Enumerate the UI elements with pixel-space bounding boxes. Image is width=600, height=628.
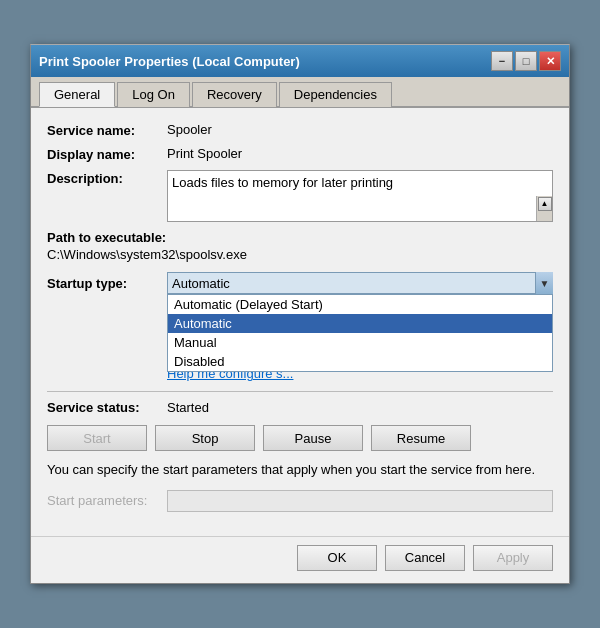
ok-button[interactable]: OK [297, 545, 377, 571]
title-bar-buttons: − □ ✕ [491, 51, 561, 71]
pause-button[interactable]: Pause [263, 425, 363, 451]
control-buttons: Start Stop Pause Resume [47, 425, 553, 451]
tab-general[interactable]: General [39, 82, 115, 107]
start-params-row: Start parameters: [47, 490, 553, 512]
dropdown-item-1[interactable]: Automatic [168, 314, 552, 333]
display-name-label: Display name: [47, 146, 167, 162]
description-label: Description: [47, 170, 167, 186]
path-value: C:\Windows\system32\spoolsv.exe [47, 247, 553, 262]
minimize-button[interactable]: − [491, 51, 513, 71]
dropdown-item-0[interactable]: Automatic (Delayed Start) [168, 295, 552, 314]
info-text: You can specify the start parameters tha… [47, 461, 553, 479]
tab-dependencies[interactable]: Dependencies [279, 82, 392, 107]
tab-logon[interactable]: Log On [117, 82, 190, 107]
dialog-body: Service name: Spooler Display name: Prin… [31, 108, 569, 535]
description-row: Description: Loads files to memory for l… [47, 170, 553, 222]
dropdown-item-2[interactable]: Manual [168, 333, 552, 352]
startup-type-select[interactable]: Automatic [167, 272, 553, 294]
dialog-title: Print Spooler Properties (Local Computer… [39, 54, 300, 69]
startup-type-row: Startup type: Automatic ▼ [47, 272, 553, 294]
maximize-button[interactable]: □ [515, 51, 537, 71]
startup-type-label: Startup type: [47, 276, 167, 291]
dialog-window: Print Spooler Properties (Local Computer… [30, 44, 570, 583]
description-text: Loads files to memory for later printing [168, 171, 552, 195]
dialog-footer: OK Cancel Apply [31, 536, 569, 583]
startup-select-wrapper: Automatic ▼ [167, 272, 553, 294]
startup-dropdown-list: Automatic (Delayed Start) Automatic Manu… [167, 294, 553, 372]
resume-button[interactable]: Resume [371, 425, 471, 451]
startup-dropdown-arrow[interactable]: ▼ [535, 272, 553, 294]
scroll-up-button[interactable]: ▲ [538, 197, 552, 211]
apply-button[interactable]: Apply [473, 545, 553, 571]
service-status-value: Started [167, 400, 209, 415]
path-label: Path to executable: [47, 230, 553, 245]
service-name-label: Service name: [47, 122, 167, 138]
startup-selected-value: Automatic [172, 276, 230, 291]
service-name-value: Spooler [167, 122, 212, 137]
display-name-value: Print Spooler [167, 146, 242, 161]
stop-button[interactable]: Stop [155, 425, 255, 451]
tab-recovery[interactable]: Recovery [192, 82, 277, 107]
dropdown-item-3[interactable]: Disabled [168, 352, 552, 371]
start-params-input[interactable] [167, 490, 553, 512]
title-bar: Print Spooler Properties (Local Computer… [31, 45, 569, 77]
description-field[interactable]: Loads files to memory for later printing… [167, 170, 553, 222]
cancel-button[interactable]: Cancel [385, 545, 465, 571]
start-button[interactable]: Start [47, 425, 147, 451]
separator-1 [47, 391, 553, 392]
display-name-row: Display name: Print Spooler [47, 146, 553, 162]
path-section: Path to executable: C:\Windows\system32\… [47, 230, 553, 262]
service-name-row: Service name: Spooler [47, 122, 553, 138]
service-status-label: Service status: [47, 400, 167, 415]
description-scrollbar: ▲ ▼ [536, 196, 552, 223]
close-button[interactable]: ✕ [539, 51, 561, 71]
start-params-label: Start parameters: [47, 493, 167, 508]
tab-bar: General Log On Recovery Dependencies [31, 77, 569, 108]
service-status-row: Service status: Started [47, 400, 553, 415]
